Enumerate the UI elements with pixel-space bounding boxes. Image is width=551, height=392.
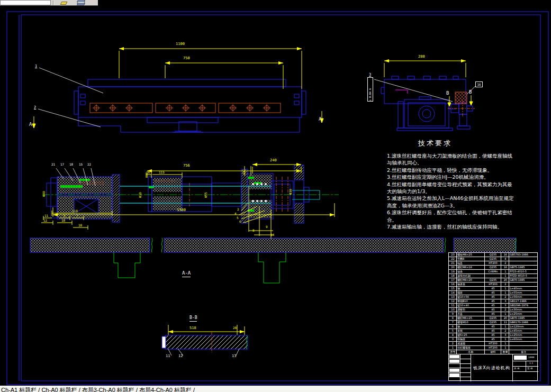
leader-label-15: 15 [79, 163, 83, 166]
leader-label-r14: 14 [270, 233, 274, 236]
section-label-bb: B-B [189, 316, 197, 322]
leader-label-r2: 2 [237, 208, 239, 211]
top-view-hidden-holes [90, 103, 281, 113]
boxed-callout-16: 16 [475, 81, 483, 87]
parts-table-row: 5套筒452L=45mm [449, 329, 537, 333]
dim-label-16: 16 [146, 171, 150, 174]
parts-table-row: 21端盖HT2002 [449, 261, 537, 266]
tech-requirement-line: 7.减速箱输出轴，连接套，丝杠的轴线应保持同轴。 [387, 223, 527, 230]
leader-label-b13: 13 [232, 354, 236, 358]
layout-tabs-text[interactable]: Ch-A1 标题栏 / Ch-A0 标题栏 / 布局3-Ch-A0 标题栏 / … [1, 386, 195, 392]
sheet-index: 第 张 [527, 367, 532, 370]
dim-label-115: 115 [159, 171, 165, 174]
dim-label-1380: 1380 [177, 208, 186, 212]
leader-label-1: 1 [35, 65, 37, 68]
tech-requirement-line: 大的轴向力的1/3。 [387, 188, 527, 195]
tech-requirement-line: 3.丝杠螺母副应定期的注HJ—20机械油润滑。 [387, 174, 527, 180]
top-view [74, 79, 306, 132]
sheet-total: 共 张 [514, 367, 519, 370]
tolerance-value: ⊥ 0.04 A [368, 88, 372, 101]
dim-label-23: 23 [242, 171, 246, 175]
tolerance-frame: ⊥ 0.04 A [367, 77, 373, 102]
dim-label-dia55: Φ55 [204, 192, 207, 198]
dim-label-dia30-right: Φ30 [289, 189, 292, 195]
parts-table-row: 1丝杠螺母座HT2001 [449, 346, 537, 350]
parts-table-row: 23螺栓M8×25Q23516GB5783-1986 [449, 253, 537, 257]
leader-label-3: 3 [369, 73, 371, 77]
drawing-title: 铣床X向进给机构 [471, 354, 513, 381]
top-view-leaders [38, 68, 103, 127]
parts-table-body: 23螺栓M8×25Q23516GB5783-198622垫圈8Q235421端盖… [449, 253, 537, 350]
leader-label-r8: 8 [252, 229, 255, 232]
dim-label-240: 240 [270, 159, 277, 162]
doc-code: 1999 [528, 356, 534, 359]
stamp-box [514, 355, 527, 360]
parts-table-row: 19镶条CrWMn1FF23-4010-5 [449, 270, 537, 274]
section-label-aa: A-A [182, 271, 191, 277]
parts-table-row: 11键10×40453GB1096-1979 [449, 304, 537, 308]
aa-section [30, 238, 516, 283]
section-letter-b-left: B [446, 91, 449, 96]
tech-requirement-line: 2.丝杠螺母副传动应平稳，轻快，无停滞现象。 [387, 167, 527, 174]
tech-requirement-line: 4.丝杠螺母副用单螺母变位导程式预紧，其预紧力为其最 [387, 181, 527, 188]
dim-label-dia30-left: Φ30 [139, 192, 142, 198]
signature-box [449, 373, 459, 377]
dim-label-518: 518 [189, 326, 196, 330]
parts-table-row: 20螺钉M6×16Q23516GB75-1985 [449, 266, 537, 270]
dim-label-110: 110 [72, 209, 78, 213]
dim-label-11: 11 [44, 214, 48, 217]
parts-table-row: 3联轴器451L=60mm [449, 338, 537, 342]
tech-requirement-line: 1.滚珠丝杠螺母座与大刀架滑板的结合面，使螺母座轴线 [387, 152, 527, 159]
dim-label-7: 7 [76, 214, 78, 217]
leader-label-r6: 6 [239, 220, 241, 223]
parts-table-row: 6轴451L=120mm [449, 325, 537, 329]
parts-table-row: 17螺钉M8×20Q23520GB70-1985 [449, 278, 537, 282]
title-block: 铣床X向进给机构 1999 1:1 共 张 第 张 [448, 354, 538, 381]
parts-table-row: 15轴451L=40mm [449, 287, 537, 291]
section-letter-a-right: A [319, 117, 321, 122]
dim-label-280: 280 [418, 55, 425, 59]
leader-label-17: 17 [60, 163, 64, 166]
top-view-dimensions [32, 49, 323, 128]
dim-label-750: 750 [183, 57, 190, 60]
parts-table-row: 16轴承座HT2002 [449, 282, 537, 287]
tech-requirement-line: 6.滚珠丝杆调整好后，配作定位销孔，使锥销于孔紧密结 [387, 209, 527, 216]
signature-box [449, 355, 459, 358]
dim-label-5: 5 [64, 214, 66, 217]
parts-table-row: 8螺钉M6×25Q23520GB70-1985 [449, 316, 537, 321]
parts-table-row: 9压盖451L=25mm [449, 312, 537, 316]
cad-window: 1100 750 1 2 A A 280 3 ⊥ 0.04 A B B 16 2… [0, 0, 551, 392]
dim-label-12: 12 [43, 219, 47, 222]
tech-requirements-lines: 1.滚珠丝杠螺母座与大刀架滑板的结合面，使螺母座轴线与轴承孔同心。2.丝杠螺母副… [387, 152, 527, 230]
signature-box [449, 369, 459, 372]
tech-requirement-line: 合。 [387, 216, 527, 223]
leader-label-r4: 4 [234, 212, 237, 215]
layout-tabs-bar[interactable]: Ch-A1 标题栏 / Ch-A0 标题栏 / 布局3-Ch-A0 标题栏 / … [0, 386, 551, 392]
parts-table-row: 2减速箱HT2001 [449, 342, 537, 346]
leader-label-b11: 11 [166, 354, 170, 358]
dim-label-10: 10 [78, 224, 82, 227]
leader-label-r9: 9 [266, 225, 268, 229]
leader-label-2: 2 [34, 106, 36, 110]
dim-label-dia40: Φ40 [42, 191, 46, 197]
dim-label-756: 756 [183, 164, 190, 168]
leader-label-22: 22 [87, 163, 91, 166]
tech-requirement-line: 5.减速箱在运转之前加入L—AN46全损耗系统用油至规定 [387, 195, 527, 202]
signature-box [449, 360, 459, 363]
parts-table-row: 10调整垫452L=30mm [449, 308, 537, 312]
tech-requirements-title: 技术要求 [418, 139, 452, 148]
parts-table-row: 13键10×56452L=56mm [449, 295, 537, 299]
parts-table-row: 22垫圈8Q2354 [449, 257, 537, 261]
scale-value: 1:1 [529, 362, 533, 364]
parts-table-row: 14隔套451L=55mm [449, 291, 537, 295]
tech-requirement-line: 与轴承孔同心。 [387, 159, 527, 166]
section-letter-b-right: B [469, 90, 472, 95]
leader-label-18: 18 [69, 163, 73, 166]
tech-requirement-line: 高度，轴承使用润滑油ZG—3。 [387, 202, 527, 209]
leader-label-r5: 5 [237, 216, 239, 220]
parts-table-row: 7螺母M10Q23511GB6170-1986 [449, 321, 537, 325]
leader-label-b12: 12 [178, 354, 183, 358]
leader-label-21: 21 [51, 163, 55, 166]
dim-label-28: 28 [233, 326, 237, 330]
section-letter-a-left: A [29, 122, 32, 127]
